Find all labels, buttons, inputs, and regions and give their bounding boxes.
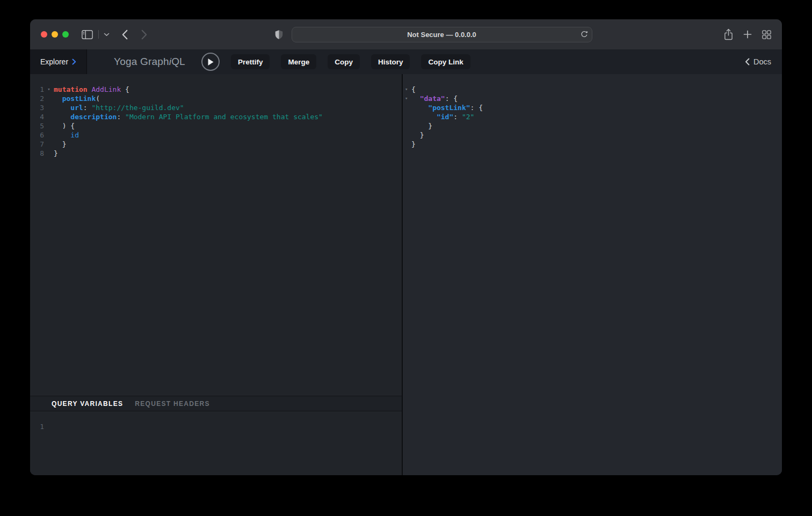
reload-icon bbox=[581, 31, 588, 38]
code-text: ) { bbox=[54, 121, 75, 130]
back-chevron-icon bbox=[122, 30, 128, 40]
line-number: 8 bbox=[30, 149, 44, 158]
code-text: } bbox=[411, 121, 432, 130]
docs-button[interactable]: Docs bbox=[745, 57, 771, 66]
code-text: description: "Modern API Platform and ec… bbox=[54, 112, 323, 121]
fold-gutter bbox=[403, 140, 411, 149]
toolbar-button-merge[interactable]: Merge bbox=[281, 54, 316, 69]
zoom-window-button[interactable] bbox=[62, 31, 69, 38]
plus-icon bbox=[743, 30, 752, 39]
tab-query-variables[interactable]: QUERY VARIABLES bbox=[52, 400, 123, 408]
response-code-line: "postLink": { bbox=[403, 103, 782, 112]
query-variables-editor[interactable]: 1 bbox=[30, 411, 402, 475]
code-text: "data": { bbox=[411, 94, 458, 103]
query-code-line: 4 description: "Modern API Platform and … bbox=[30, 112, 402, 121]
variables-code-line: 1 bbox=[30, 422, 402, 431]
fold-gutter bbox=[44, 94, 54, 103]
fold-gutter bbox=[44, 140, 54, 149]
forward-button[interactable] bbox=[141, 30, 147, 40]
code-text: postLink( bbox=[54, 94, 100, 103]
window-controls bbox=[41, 31, 69, 38]
response-code-line: } bbox=[403, 121, 782, 130]
sidebar-toggle-button[interactable] bbox=[82, 30, 93, 39]
chevron-down-icon bbox=[104, 33, 110, 37]
fold-gutter bbox=[44, 103, 54, 112]
fold-gutter bbox=[44, 422, 54, 431]
response-code-line: } bbox=[403, 130, 782, 140]
toolbar-button-history[interactable]: History bbox=[371, 54, 410, 69]
address-bar-text: Not Secure — 0.0.0.0 bbox=[407, 31, 476, 39]
browser-titlebar: Not Secure — 0.0.0.0 bbox=[30, 19, 782, 49]
tab-overview-button[interactable] bbox=[762, 30, 771, 39]
toolbar-button-copy-link[interactable]: Copy Link bbox=[421, 54, 470, 69]
tab-request-headers[interactable]: REQUEST HEADERS bbox=[135, 400, 210, 408]
graphiql-toolbar: Explorer Yoga GraphiQL PrettifyMergeCopy… bbox=[30, 49, 782, 74]
share-icon bbox=[724, 28, 733, 40]
address-bar[interactable]: Not Secure — 0.0.0.0 bbox=[292, 27, 592, 42]
back-button[interactable] bbox=[122, 30, 128, 40]
share-button[interactable] bbox=[724, 28, 733, 40]
query-code-line: 2 postLink( bbox=[30, 94, 402, 103]
toolbar-divider bbox=[98, 30, 99, 39]
line-number: 7 bbox=[30, 140, 44, 149]
reload-button[interactable] bbox=[581, 31, 588, 38]
new-tab-button[interactable] bbox=[743, 30, 752, 39]
toolbar-actions: PrettifyMergeCopyHistoryCopy Link bbox=[231, 54, 470, 69]
toolbar-button-prettify[interactable]: Prettify bbox=[231, 54, 270, 69]
response-code-line: } bbox=[403, 140, 782, 149]
fold-gutter bbox=[403, 103, 411, 112]
editor-tools-tabbar: QUERY VARIABLESREQUEST HEADERS bbox=[30, 396, 402, 411]
fold-gutter bbox=[44, 130, 54, 140]
forward-chevron-icon bbox=[141, 30, 147, 40]
code-text: mutation AddLink { bbox=[54, 85, 129, 94]
fold-arrow-icon[interactable]: ▾ bbox=[403, 85, 411, 94]
line-number: 3 bbox=[30, 103, 44, 112]
browser-toolbar-right bbox=[724, 28, 771, 40]
sidebar-icon bbox=[82, 30, 93, 39]
query-code-line: 3 url: "http://the-guild.dev" bbox=[30, 103, 402, 112]
query-code-line: 5 ) { bbox=[30, 121, 402, 130]
query-editor[interactable]: 1▾mutation AddLink {2 postLink(3 url: "h… bbox=[30, 74, 402, 396]
response-viewer: ▾{▾ "data": { "postLink": { "id": "2" } … bbox=[403, 74, 782, 475]
fold-gutter bbox=[403, 112, 411, 121]
explorer-panel-toggle[interactable]: Explorer bbox=[30, 49, 87, 74]
fold-arrow-icon[interactable]: ▾ bbox=[403, 94, 411, 103]
code-text: id bbox=[54, 130, 79, 140]
chevron-left-icon bbox=[745, 58, 750, 66]
app-title: Yoga GraphiQL bbox=[114, 56, 185, 68]
browser-window: Not Secure — 0.0.0.0 bbox=[30, 19, 782, 475]
line-number: 2 bbox=[30, 94, 44, 103]
response-code-line: ▾ "data": { bbox=[403, 94, 782, 103]
close-window-button[interactable] bbox=[41, 31, 47, 38]
line-number: 1 bbox=[30, 85, 44, 94]
sidebar-dropdown-button[interactable] bbox=[104, 33, 110, 37]
code-text: } bbox=[411, 130, 424, 140]
minimize-window-button[interactable] bbox=[52, 31, 58, 38]
code-text: } bbox=[54, 140, 66, 149]
query-code-line: 7 } bbox=[30, 140, 402, 149]
line-number: 1 bbox=[30, 422, 44, 431]
code-text: { bbox=[411, 85, 416, 94]
explorer-label: Explorer bbox=[40, 57, 68, 66]
fold-gutter bbox=[403, 130, 411, 140]
code-text: } bbox=[411, 140, 416, 149]
line-number: 6 bbox=[30, 130, 44, 140]
tab-grid-icon bbox=[762, 30, 771, 39]
privacy-shield-icon bbox=[275, 30, 283, 40]
code-text: url: "http://the-guild.dev" bbox=[54, 103, 184, 112]
address-bar-zone: Not Secure — 0.0.0.0 bbox=[147, 27, 720, 42]
toolbar-button-copy[interactable]: Copy bbox=[328, 54, 360, 69]
query-code-line: 8} bbox=[30, 149, 402, 158]
response-code-line: ▾{ bbox=[403, 85, 782, 94]
fold-gutter bbox=[44, 112, 54, 121]
fold-gutter bbox=[403, 121, 411, 130]
fold-arrow-icon[interactable]: ▾ bbox=[44, 85, 54, 94]
execute-query-button[interactable] bbox=[201, 53, 220, 71]
code-text: "id": "2" bbox=[411, 112, 474, 121]
privacy-report-button[interactable] bbox=[275, 30, 283, 40]
line-number: 4 bbox=[30, 112, 44, 121]
line-number: 5 bbox=[30, 121, 44, 130]
workspace: 1▾mutation AddLink {2 postLink(3 url: "h… bbox=[30, 74, 782, 475]
code-text: } bbox=[54, 149, 58, 158]
response-code-line: "id": "2" bbox=[403, 112, 782, 121]
